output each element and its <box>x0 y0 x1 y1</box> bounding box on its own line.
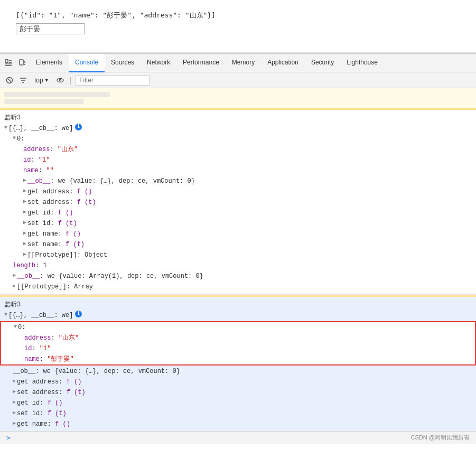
section2-label: 监听3 <box>0 299 476 310</box>
tab-memory[interactable]: Memory <box>226 54 261 72</box>
warning-divider <box>0 108 476 110</box>
section-divider <box>0 295 476 297</box>
section1-label: 监听3 <box>0 112 476 123</box>
context-selector[interactable]: top ▼ <box>32 75 52 86</box>
console-output: 监听3 ▼ [{…}, __ob__: we] ℹ ▼ 0: address :… <box>0 88 476 431</box>
svg-rect-0 <box>5 60 8 62</box>
inspect-icon[interactable] <box>2 57 15 69</box>
tab-security[interactable]: Security <box>305 54 340 72</box>
info-icon-1[interactable]: ℹ <box>75 124 82 130</box>
section2-set-address[interactable]: ▶ set address: f (t) <box>0 387 476 398</box>
clear-console-button[interactable] <box>4 75 15 86</box>
tab-application[interactable]: Application <box>261 54 305 72</box>
info-icon-2[interactable]: ℹ <box>75 311 82 317</box>
console-toolbar: top ▼ | <box>0 72 476 88</box>
console-section-2: 监听3 ▼ [{…}, __ob__: we] ℹ ▼ 0: address : <box>0 297 476 431</box>
section2-get-address[interactable]: ▶ get address: f () <box>0 377 476 387</box>
section1-array-header[interactable]: ▼ [{…}, __ob__: we] ℹ <box>0 123 476 134</box>
blurred-content <box>4 99 83 104</box>
svg-rect-5 <box>20 60 23 65</box>
console-prompt[interactable]: > <box>6 434 11 442</box>
webpage-json: [{"id": "1", "name": "彭于晏", "address": "… <box>16 11 460 20</box>
tab-elements[interactable]: Elements <box>30 54 69 72</box>
chevron-down-icon: ▼ <box>44 78 49 83</box>
section1-proto-array[interactable]: ▶ [[Prototype]]: Array <box>0 282 476 292</box>
section2-id: id : "1" <box>1 343 475 354</box>
tab-network[interactable]: Network <box>141 54 176 72</box>
devtools-panel: Elements Console Sources Network Perform… <box>0 53 476 444</box>
section2-get-name[interactable]: ▶ get name: f () <box>0 419 476 429</box>
devtools-tabs: Elements Console Sources Network Perform… <box>0 54 476 72</box>
console-section-1: 监听3 ▼ [{…}, __ob__: we] ℹ ▼ 0: address :… <box>0 110 476 295</box>
svg-point-15 <box>59 79 61 81</box>
filter-input[interactable] <box>76 75 150 86</box>
bottom-bar: > CSDN @阿明比我厉害 <box>0 431 476 444</box>
svg-point-14 <box>57 78 63 82</box>
section1-prototype[interactable]: ▶ [[Prototype]]: Object <box>0 250 476 260</box>
tab-performance[interactable]: Performance <box>176 54 226 72</box>
section1-set-id[interactable]: ▶ set id: f (t) <box>0 218 476 229</box>
section1-get-name[interactable]: ▶ get name: f () <box>0 229 476 239</box>
webpage-area: [{"id": "1", "name": "彭于晏", "address": "… <box>0 0 476 53</box>
warning-section <box>0 88 476 108</box>
section2-item0[interactable]: ▼ 0: <box>1 322 475 333</box>
section2-ob[interactable]: __ob__: we {value: {…}, dep: ce, vmCount… <box>0 366 476 377</box>
section1-address: address : "山东" <box>0 144 476 155</box>
section1-ob[interactable]: ▶ __ob__ : we {value: {…}, dep: ce, vmCo… <box>0 176 476 186</box>
section1-set-name[interactable]: ▶ set name: f (t) <box>0 239 476 250</box>
webpage-input[interactable] <box>16 23 85 34</box>
section2-array-header[interactable]: ▼ [{…}, __ob__: we] ℹ <box>0 310 476 321</box>
highlighted-item0: ▼ 0: address : "山东" id : "1" na <box>0 321 476 366</box>
section2-get-id[interactable]: ▶ get id: f () <box>0 398 476 408</box>
section1-name: name : "" <box>0 165 476 176</box>
section1-length: length : 1 <box>0 260 476 271</box>
section1-item0[interactable]: ▼ 0: <box>0 134 476 144</box>
tab-sources[interactable]: Sources <box>105 54 141 72</box>
filter-toggle-button[interactable] <box>18 75 29 86</box>
watermark-text: CSDN @阿明比我厉害 <box>411 434 470 442</box>
section2-address: address : "山东" <box>1 333 475 343</box>
tab-lighthouse[interactable]: Lighthouse <box>340 54 384 72</box>
section1-set-address[interactable]: ▶ set address: f (t) <box>0 197 476 208</box>
blurred-content <box>4 92 110 97</box>
tab-console[interactable]: Console <box>69 54 105 72</box>
eye-icon[interactable] <box>55 75 66 86</box>
section1-get-id[interactable]: ▶ get id: f () <box>0 208 476 218</box>
section1-id: id : "1" <box>0 155 476 165</box>
section2-set-id[interactable]: ▶ set id: f (t) <box>0 408 476 419</box>
section1-ob-we2[interactable]: ▶ __ob__ : we {value: Array(1), dep: ce,… <box>0 271 476 282</box>
svg-line-10 <box>8 79 11 82</box>
device-icon[interactable] <box>16 57 29 69</box>
section2-name: name : "彭于晏" <box>1 354 475 364</box>
section1-get-address[interactable]: ▶ get address: f () <box>0 186 476 197</box>
